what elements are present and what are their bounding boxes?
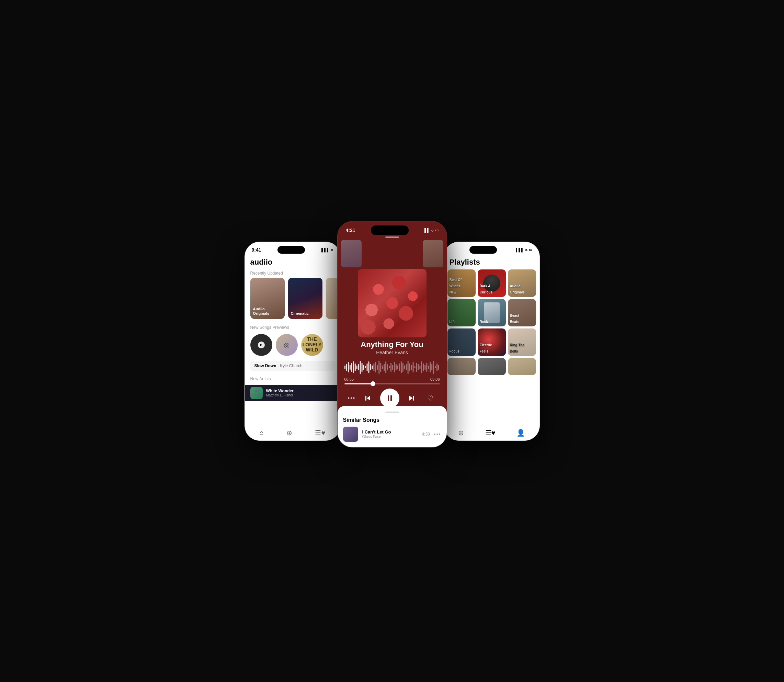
svg-rect-24 — [385, 362, 386, 373]
album-card-originals[interactable]: AudiioOriginals — [250, 278, 285, 319]
playlist-label-life: Life — [450, 320, 456, 323]
playlist-card-row4a[interactable] — [447, 358, 476, 375]
svg-rect-55 — [438, 365, 439, 370]
app-title: audiio — [245, 255, 340, 268]
time-row: 00:55 03:06 — [345, 377, 440, 381]
svg-rect-38 — [409, 363, 410, 371]
similar-song-artist: Glass Face — [362, 435, 418, 439]
current-song-title: Slow Down — [254, 363, 276, 368]
player-artist: Heather Evans — [376, 350, 408, 355]
svg-rect-35 — [404, 365, 405, 369]
playlist-card-best-of[interactable]: Best OfWhat'sNew — [447, 269, 476, 297]
svg-rect-8 — [358, 364, 359, 370]
artist-info: White Wonder Matthew L. Fisher — [266, 389, 294, 397]
svg-rect-39 — [411, 365, 412, 370]
svg-rect-10 — [361, 363, 362, 372]
playlist-card-life[interactable]: Life — [447, 299, 476, 327]
artist-row[interactable]: 🎵 White Wonder Matthew L. Fisher — [245, 385, 340, 401]
preview-circle-1[interactable]: ▶ — [250, 334, 272, 356]
right-nav-library-icon[interactable]: ☰♥ — [485, 429, 495, 437]
svg-rect-33 — [401, 362, 401, 373]
heart-button[interactable]: ♡ — [424, 392, 436, 404]
playlist-card-electric-feels[interactable]: ElectricFeels — [478, 328, 506, 356]
similar-song-more[interactable]: ••• — [434, 432, 441, 437]
preview-circle-2[interactable]: ◎ — [276, 334, 298, 356]
playlist-label-rock: Rock — [480, 320, 488, 323]
preview-circles: ▶ ◎ THELONELYWILD — [245, 332, 340, 358]
prev-album-art — [341, 240, 362, 268]
left-status-icons: ▌▌▌ ⌾ — [321, 248, 333, 252]
svg-rect-46 — [423, 363, 424, 371]
left-phone: 9:41 ▌▌▌ ⌾ audiio Recently Updated Audii… — [244, 242, 341, 441]
similar-song-duration: 4:38 — [422, 432, 430, 437]
playlist-card-beast-beats[interactable]: BeastBeats — [508, 299, 536, 327]
left-bottom-nav: ⌂ ⊕ ☰♥ — [245, 425, 340, 440]
svg-rect-43 — [418, 364, 418, 370]
center-signal-icon: ▌▌ — [425, 228, 430, 233]
preview-circle-3[interactable]: THELONELYWILD — [301, 334, 323, 356]
play-btn-1[interactable]: ▶ — [258, 341, 265, 348]
svg-rect-47 — [425, 365, 425, 370]
prev-button[interactable] — [362, 392, 374, 404]
center-time: 4:21 — [346, 228, 355, 233]
svg-rect-0 — [345, 365, 345, 369]
svg-rect-1 — [346, 364, 347, 371]
artist-emoji: 🎵 — [253, 389, 260, 397]
center-wifi-icon: ⌾ — [431, 228, 434, 233]
right-nav-search-icon[interactable]: ⊕ — [458, 429, 464, 437]
svg-rect-45 — [421, 362, 422, 373]
play-pause-button[interactable] — [380, 389, 399, 408]
nav-library-icon[interactable]: ☰♥ — [315, 429, 325, 437]
playlist-card-ring-the-bells[interactable]: Ring TheBells — [508, 328, 536, 356]
progress-filled — [345, 383, 373, 384]
next-button[interactable] — [406, 392, 418, 404]
playlist-card-rock[interactable]: Rock — [478, 299, 506, 327]
playlist-card-focus[interactable]: Focus — [447, 328, 476, 356]
nav-search-icon[interactable]: ⊕ — [286, 429, 292, 437]
progress-bar[interactable] — [345, 383, 440, 384]
svg-rect-17 — [373, 363, 374, 371]
svg-rect-53 — [435, 366, 436, 368]
playlist-grid: Best OfWhat'sNew Dark &Curious AudiioOri… — [444, 269, 540, 375]
similar-song-row[interactable]: I Can't Let Go Glass Face 4:38 ••• — [343, 427, 441, 442]
svg-marker-56 — [367, 396, 370, 400]
recently-updated-label: Recently Updated — [245, 268, 340, 278]
playlist-card-dark-curious[interactable]: Dark &Curious — [478, 269, 506, 297]
main-album-art — [358, 269, 426, 338]
similar-songs-sheet: Similar Songs I Can't Let Go Glass Face … — [338, 406, 447, 447]
playlist-label-beast-beats: BeastBeats — [510, 314, 519, 323]
song-info-bar: Slow Down - Kyle Church — [250, 361, 335, 371]
more-button[interactable]: ••• — [348, 395, 356, 401]
svg-rect-13 — [366, 363, 367, 371]
playlist-card-row4b[interactable] — [478, 358, 506, 375]
svg-rect-32 — [399, 363, 400, 371]
waveform — [345, 359, 440, 376]
playlist-card-row4c[interactable] — [508, 358, 536, 375]
similar-song-thumb — [343, 427, 358, 442]
artist-sub: Matthew L. Fisher — [266, 394, 294, 397]
svg-rect-2 — [348, 362, 348, 373]
playlist-card-audiio-originals[interactable]: AudiioOriginals — [508, 269, 536, 297]
svg-rect-5 — [353, 362, 354, 373]
svg-rect-61 — [413, 396, 414, 400]
svg-rect-52 — [433, 361, 434, 374]
svg-rect-54 — [436, 363, 438, 371]
center-phone: 4:21 ▌▌ ⌾ ▭ — [337, 221, 447, 448]
sheet-handle — [385, 411, 399, 413]
nav-home-icon[interactable]: ⌂ — [260, 429, 264, 437]
right-status-bar: ▌▌▌ ⌾ ▭ — [444, 242, 540, 255]
right-nav-profile-icon[interactable]: 👤 — [516, 429, 525, 437]
album-card-originals-label: AudiioOriginals — [253, 307, 270, 316]
album-card-cinematic[interactable]: Cinematic — [288, 278, 323, 319]
svg-rect-48 — [426, 363, 427, 372]
similar-song-title: I Can't Let Go — [362, 429, 418, 435]
playlist-label-electric-feels: ElectricFeels — [480, 343, 492, 353]
current-time: 00:55 — [345, 377, 354, 381]
svg-marker-60 — [409, 396, 413, 400]
svg-rect-44 — [419, 365, 420, 369]
svg-rect-28 — [392, 365, 393, 370]
svg-rect-23 — [383, 364, 385, 371]
next-album-art — [423, 240, 443, 268]
svg-rect-59 — [390, 395, 392, 401]
new-artists-label: New Artists — [245, 374, 340, 383]
